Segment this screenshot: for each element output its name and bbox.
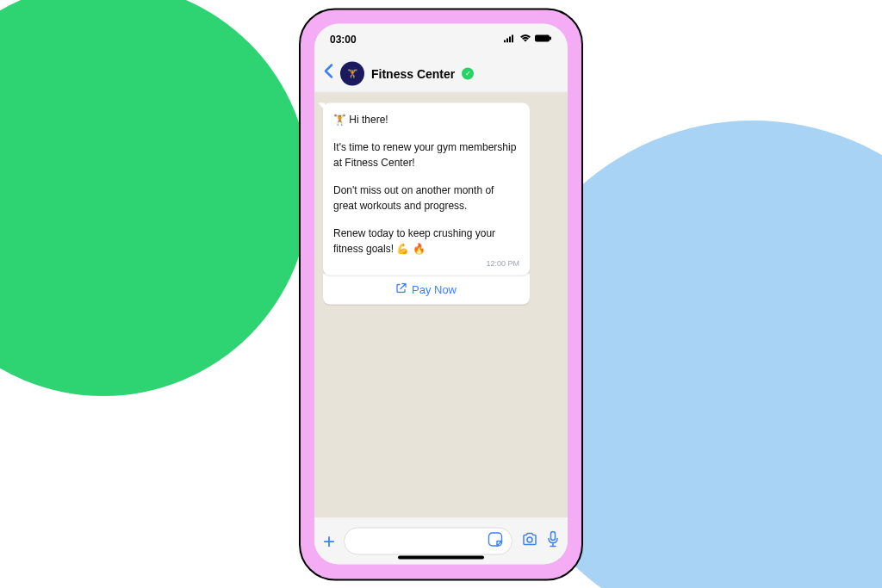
pay-now-label: Pay Now (412, 282, 457, 295)
svg-point-7 (527, 537, 532, 542)
verified-badge-icon: ✓ (462, 67, 474, 79)
svg-rect-1 (506, 39, 508, 43)
back-button[interactable] (323, 64, 333, 84)
phone-screen: 03:00 🏋️ Fitness Center ✓ (314, 24, 568, 565)
phone-frame: 03:00 🏋️ Fitness Center ✓ (299, 8, 583, 580)
svg-rect-0 (504, 40, 506, 43)
status-icons (504, 34, 552, 46)
sticker-icon[interactable] (488, 532, 503, 551)
chat-body[interactable]: 🏋️ Hi there! It's time to renew your gym… (314, 93, 568, 518)
background-shape-green (0, 0, 310, 396)
message-bubble: 🏋️ Hi there! It's time to renew your gym… (323, 103, 530, 275)
message-line-2: Don't miss out on another month of great… (333, 183, 519, 214)
external-link-icon (396, 282, 407, 295)
svg-rect-5 (550, 37, 551, 40)
signal-icon (504, 34, 516, 46)
svg-rect-6 (489, 533, 502, 546)
svg-rect-3 (512, 35, 513, 43)
message-greeting: 🏋️ Hi there! (333, 112, 519, 127)
mic-button[interactable] (547, 530, 559, 552)
chat-header: 🏋️ Fitness Center ✓ (314, 55, 568, 93)
message-input[interactable] (344, 528, 512, 555)
pay-now-button[interactable]: Pay Now (323, 273, 530, 304)
svg-rect-8 (551, 531, 556, 540)
contact-avatar[interactable]: 🏋️ (340, 61, 364, 85)
status-bar: 03:00 (314, 24, 568, 55)
camera-button[interactable] (521, 531, 538, 551)
wifi-icon (519, 34, 531, 46)
message-line-3: Renew today to keep crushing your fitnes… (333, 226, 519, 257)
battery-icon (535, 34, 552, 46)
message-timestamp: 12:00 PM (333, 258, 519, 270)
svg-rect-2 (509, 37, 511, 43)
status-time: 03:00 (330, 34, 357, 46)
attach-button[interactable]: + (323, 529, 335, 554)
message-line-1: It's time to renew your gym membership a… (333, 139, 519, 170)
home-indicator[interactable] (398, 556, 484, 560)
contact-name[interactable]: Fitness Center (371, 66, 455, 80)
svg-rect-4 (535, 35, 550, 42)
